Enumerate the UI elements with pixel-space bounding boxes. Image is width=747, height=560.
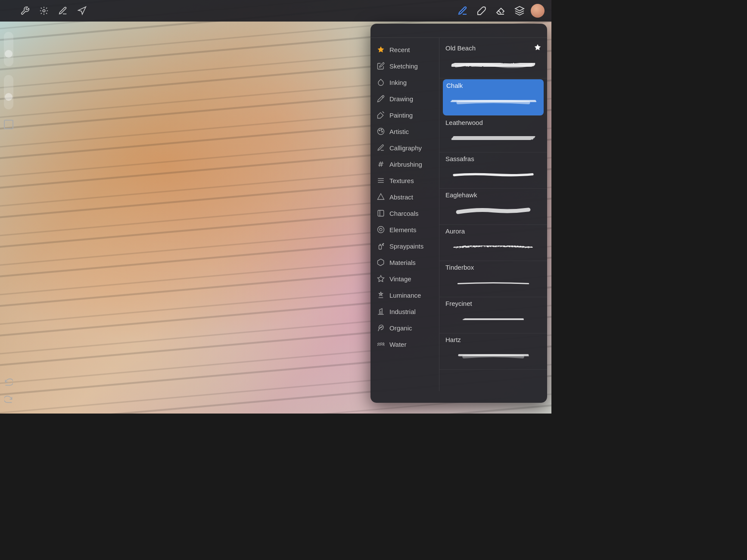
elements-category-icon	[377, 225, 385, 234]
svg-marker-21	[535, 44, 540, 50]
category-item-drawing[interactable]: Drawing	[370, 90, 439, 107]
ink-tool-icon[interactable]	[474, 3, 489, 19]
svg-rect-12	[378, 210, 384, 216]
redo-button[interactable]	[3, 393, 15, 405]
brush-preview-5	[445, 236, 541, 258]
category-item-vintage[interactable]: Vintage	[370, 271, 439, 287]
category-item-spraypaints[interactable]: Spraypaints	[370, 238, 439, 254]
brush-item-freycinet[interactable]: Freycinet	[439, 297, 547, 333]
brush-library-title	[370, 24, 547, 38]
brush-name-6: Tinderbox	[445, 264, 474, 271]
brush-library-body: RecentSketchingInkingDrawingPaintingArti…	[370, 38, 547, 391]
svg-marker-2	[515, 6, 524, 11]
brush-header-1: Chalk	[446, 82, 540, 89]
opacity-slider[interactable]	[4, 75, 13, 109]
brush-preview-7	[445, 309, 541, 330]
luminance-category-label: Luminance	[389, 292, 421, 299]
organic-category-label: Organic	[389, 324, 412, 332]
category-item-charcoals[interactable]: Charcoals	[370, 205, 439, 221]
user-avatar[interactable]	[531, 4, 545, 18]
recent-category-icon	[377, 45, 385, 54]
smudge-icon[interactable]	[56, 4, 70, 18]
category-item-painting[interactable]: Painting	[370, 107, 439, 123]
brush-item-hartz[interactable]: Hartz	[439, 333, 547, 370]
brush-item-sassafras[interactable]: Sassafras	[439, 152, 547, 189]
brush-header-5: Aurora	[445, 227, 541, 235]
brush-item-old-beach[interactable]: Old Beach	[439, 41, 547, 78]
brush-preview-8	[445, 345, 541, 367]
category-item-industrial[interactable]: Industrial	[370, 303, 439, 320]
painting-category-icon	[377, 111, 385, 119]
brush-item-tinderbox[interactable]: Tinderbox	[439, 261, 547, 297]
brush-header-2: Leatherwood	[445, 119, 541, 126]
brush-header-7: Freycinet	[445, 300, 541, 307]
inking-category-icon	[377, 78, 385, 87]
category-item-calligraphy[interactable]: Calligraphy	[370, 140, 439, 156]
brush-item-aurora[interactable]: Aurora	[439, 225, 547, 261]
painting-category-label: Painting	[389, 112, 413, 119]
airbrushing-category-icon	[377, 160, 385, 168]
category-item-water[interactable]: Water	[370, 336, 439, 352]
inking-category-label: Inking	[389, 79, 407, 86]
category-list: RecentSketchingInkingDrawingPaintingArti…	[370, 38, 439, 391]
water-category-icon	[377, 340, 385, 348]
brush-preview-0	[445, 54, 541, 75]
pencil-tool-icon[interactable]	[455, 3, 470, 19]
brush-header-0: Old Beach	[445, 44, 541, 52]
category-item-luminance[interactable]: Luminance	[370, 287, 439, 303]
industrial-category-label: Industrial	[389, 308, 416, 315]
abstract-category-icon	[377, 193, 385, 201]
category-item-artistic[interactable]: Artistic	[370, 123, 439, 140]
vintage-category-icon	[377, 274, 385, 283]
drawing-category-icon	[377, 94, 385, 103]
brush-preview-2	[445, 128, 541, 149]
category-item-sketching[interactable]: Sketching	[370, 58, 439, 74]
category-item-textures[interactable]: Textures	[370, 172, 439, 189]
wrench-icon[interactable]	[18, 4, 32, 18]
spraypaints-category-icon	[377, 242, 385, 250]
brush-name-0: Old Beach	[445, 44, 476, 52]
brush-favorite-0[interactable]	[534, 44, 541, 52]
abstract-category-label: Abstract	[389, 193, 413, 201]
undo-button[interactable]	[3, 376, 15, 388]
industrial-category-icon	[377, 307, 385, 316]
category-item-organic[interactable]: Organic	[370, 320, 439, 336]
drawing-category-label: Drawing	[389, 95, 413, 103]
size-slider[interactable]	[4, 32, 13, 66]
spraypaints-category-label: Spraypaints	[389, 243, 423, 250]
brush-item-chalk[interactable]: Chalk	[443, 79, 544, 115]
category-item-inking[interactable]: Inking	[370, 74, 439, 90]
brush-item-eaglehawk[interactable]: Eaglehawk	[439, 189, 547, 225]
organic-category-icon	[377, 324, 385, 332]
svg-marker-11	[378, 194, 384, 200]
brush-name-8: Hartz	[445, 336, 461, 343]
category-item-materials[interactable]: Materials	[370, 254, 439, 271]
category-item-recent[interactable]: Recent	[370, 41, 439, 58]
color-square[interactable]	[4, 120, 13, 129]
category-item-elements[interactable]: Elements	[370, 221, 439, 238]
toolbar-right	[455, 3, 545, 19]
brush-header-3: Sassafras	[445, 155, 541, 162]
svg-point-14	[378, 227, 384, 233]
svg-point-6	[381, 129, 382, 130]
eraser-tool-icon[interactable]	[493, 3, 508, 19]
water-category-label: Water	[389, 341, 406, 348]
svg-point-0	[43, 9, 45, 12]
brush-name-7: Freycinet	[445, 300, 472, 307]
svg-point-19	[383, 245, 384, 246]
calligraphy-category-label: Calligraphy	[389, 144, 422, 152]
sketching-category-label: Sketching	[389, 62, 418, 70]
modify-icon[interactable]	[37, 4, 51, 18]
elements-category-label: Elements	[389, 226, 417, 233]
top-toolbar	[0, 0, 551, 22]
layers-icon[interactable]	[512, 3, 527, 19]
left-toolbar	[0, 22, 17, 414]
category-item-airbrushing[interactable]: Airbrushing	[370, 156, 439, 172]
navigate-icon[interactable]	[75, 4, 89, 18]
svg-rect-16	[379, 246, 382, 249]
textures-category-icon	[377, 176, 385, 185]
brush-item-leatherwood[interactable]: Leatherwood	[439, 116, 547, 152]
calligraphy-category-icon	[377, 143, 385, 152]
category-item-abstract[interactable]: Abstract	[370, 189, 439, 205]
brush-name-1: Chalk	[446, 82, 463, 89]
